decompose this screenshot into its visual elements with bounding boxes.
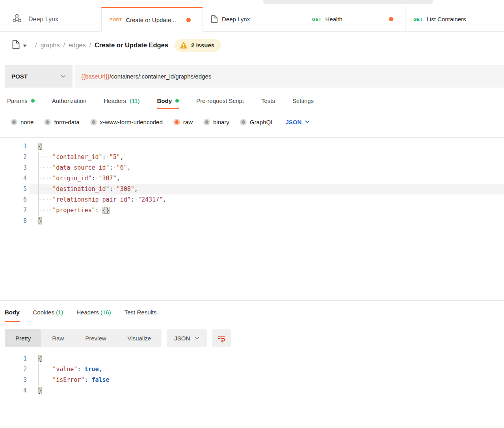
collection-selector[interactable] bbox=[12, 40, 27, 51]
response-body-editor[interactable]: 1{ 2 "value": true, 3 "isError": false 4… bbox=[0, 353, 504, 396]
response-tab-cookies[interactable]: Cookies (1) bbox=[33, 309, 63, 316]
breadcrumb-item[interactable]: edges bbox=[69, 42, 86, 49]
response-tab-body[interactable]: Body bbox=[5, 309, 20, 316]
language-value: JSON bbox=[286, 119, 302, 125]
response-language-select[interactable]: JSON bbox=[167, 329, 207, 347]
request-tab-pre-request-script[interactable]: Pre-request Script bbox=[196, 97, 244, 104]
body-type-label: none bbox=[20, 119, 33, 125]
request-url-row: POST {{baseUrl}}/containers/:container_i… bbox=[5, 65, 504, 88]
line-number: 3 bbox=[0, 163, 30, 173]
body-language-select[interactable]: JSON bbox=[286, 119, 310, 125]
response-tab-headers[interactable]: Headers (16) bbox=[76, 309, 111, 316]
code-line[interactable]: 2····"container_id":·"5", bbox=[0, 152, 504, 163]
method-label: POST bbox=[110, 17, 122, 22]
chevron-down-icon bbox=[61, 75, 66, 78]
issues-label: 2 issues bbox=[191, 42, 214, 49]
open-tab-3[interactable]: GET List Containers bbox=[405, 7, 504, 32]
view-visualize[interactable]: Visualize bbox=[117, 329, 162, 347]
body-type-label: x-www-form-urlencoded bbox=[100, 119, 163, 125]
url-input[interactable]: {{baseUrl}}/containers/:container_id/gra… bbox=[74, 65, 504, 88]
tab-label: Pre-request Script bbox=[196, 97, 244, 104]
breadcrumb-current: Create or Update Edges bbox=[95, 41, 168, 49]
line-number: 6 bbox=[0, 194, 30, 205]
breadcrumb: / graphs/ edges/ Create or Update Edges … bbox=[0, 32, 504, 59]
workspace-switcher[interactable]: Deep Lynx bbox=[0, 7, 101, 32]
code-line[interactable]: 3 "isError": false bbox=[0, 375, 504, 385]
indent-guide bbox=[38, 152, 39, 216]
green-dot bbox=[31, 99, 35, 103]
file-icon bbox=[211, 15, 218, 23]
tab-label: Tests bbox=[261, 97, 275, 104]
breadcrumb-item[interactable]: graphs bbox=[40, 42, 60, 49]
search-bar[interactable] bbox=[263, 0, 433, 4]
method-value: POST bbox=[11, 73, 28, 80]
code-line[interactable]: 6····"relationship_pair_id":·"24317", bbox=[0, 194, 504, 205]
tab-label: Body bbox=[5, 309, 20, 316]
code-line[interactable]: 2 "value": true, bbox=[0, 364, 504, 375]
code-line[interactable]: 1{ bbox=[0, 353, 504, 364]
radio-icon bbox=[240, 119, 247, 125]
chevron-down-icon bbox=[23, 42, 27, 49]
open-tab-1[interactable]: Deep Lynx bbox=[203, 7, 304, 32]
chevron-down-icon bbox=[305, 120, 310, 123]
url-variable: {{baseUrl}} bbox=[81, 73, 110, 80]
tab-title: Deep Lynx bbox=[222, 16, 250, 22]
workspace-name: Deep Lynx bbox=[28, 16, 58, 23]
code-line[interactable]: 5····"destination_id":·"308", bbox=[0, 184, 504, 194]
breadcrumb-separator: / bbox=[63, 42, 65, 49]
body-type-raw[interactable]: raw bbox=[173, 119, 193, 125]
method-selector[interactable]: POST bbox=[5, 65, 73, 88]
breadcrumb-items: / graphs/ edges/ Create or Update Edges bbox=[32, 41, 168, 49]
issues-badge[interactable]: 2 issues bbox=[175, 39, 221, 52]
request-tab-tests[interactable]: Tests bbox=[261, 97, 275, 104]
body-type-x-www-form-urlencoded[interactable]: x-www-form-urlencoded bbox=[90, 119, 163, 125]
request-tab-settings[interactable]: Settings bbox=[292, 97, 314, 104]
url-path: /containers/:container_id/graphs/edges bbox=[110, 73, 212, 80]
request-tab-params[interactable]: Params bbox=[7, 97, 35, 104]
line-number: 8 bbox=[0, 216, 30, 226]
code-line[interactable]: 1{ bbox=[0, 141, 504, 152]
view-preview[interactable]: Preview bbox=[74, 329, 117, 347]
tab-label: Test Results bbox=[125, 309, 157, 316]
line-number: 7 bbox=[0, 205, 30, 216]
code-line[interactable]: 7····"properties":·{} bbox=[0, 205, 504, 216]
tab-label: Cookies bbox=[33, 309, 54, 316]
line-number: 3 bbox=[0, 375, 30, 385]
view-pretty[interactable]: Pretty bbox=[5, 329, 41, 347]
request-tab-headers[interactable]: Headers (11) bbox=[104, 97, 139, 104]
tab-count: (1) bbox=[56, 309, 63, 316]
line-number: 2 bbox=[0, 364, 30, 375]
body-type-binary[interactable]: binary bbox=[203, 119, 229, 125]
code-line[interactable]: 4} bbox=[0, 385, 504, 396]
tab-label: Authorization bbox=[52, 97, 87, 104]
breadcrumb-separator: / bbox=[35, 42, 37, 49]
file-icon bbox=[12, 40, 20, 51]
unsaved-dot bbox=[186, 18, 191, 22]
language-value: JSON bbox=[174, 335, 190, 342]
line-number: 4 bbox=[0, 173, 30, 184]
wrap-text-icon bbox=[217, 333, 227, 343]
body-type-label: raw bbox=[183, 119, 193, 125]
line-number: 1 bbox=[0, 141, 30, 152]
tab-label: Body bbox=[157, 97, 172, 104]
code-line[interactable]: 8} bbox=[0, 216, 504, 226]
code-line[interactable]: 3····"data_source_id":·"6", bbox=[0, 163, 504, 173]
open-tab-2[interactable]: GET Health bbox=[304, 7, 405, 32]
body-type-form-data[interactable]: form-data bbox=[44, 119, 79, 125]
request-body-editor[interactable]: 1{ 2····"container_id":·"5", 3····"data_… bbox=[0, 137, 504, 300]
line-number: 2 bbox=[0, 152, 30, 163]
tab-label: Headers bbox=[76, 309, 99, 316]
body-type-options: none form-data x-www-form-urlencoded raw… bbox=[11, 119, 274, 125]
request-tab-body[interactable]: Body bbox=[157, 97, 179, 104]
view-raw[interactable]: Raw bbox=[41, 329, 74, 347]
request-tab-authorization[interactable]: Authorization bbox=[52, 97, 87, 104]
top-strip bbox=[0, 0, 504, 7]
wrap-text-button[interactable] bbox=[212, 329, 231, 347]
radio-icon bbox=[90, 119, 97, 125]
body-type-GraphQL[interactable]: GraphQL bbox=[240, 119, 274, 125]
body-type-none[interactable]: none bbox=[11, 119, 33, 125]
open-tab-0[interactable]: POST Create or Update... bbox=[101, 7, 203, 32]
code-line[interactable]: 4····"origin_id":·"307", bbox=[0, 173, 504, 184]
response-tab-test-results[interactable]: Test Results bbox=[125, 309, 157, 316]
response-toolbar: Pretty Raw Preview Visualize JSON bbox=[5, 329, 504, 347]
